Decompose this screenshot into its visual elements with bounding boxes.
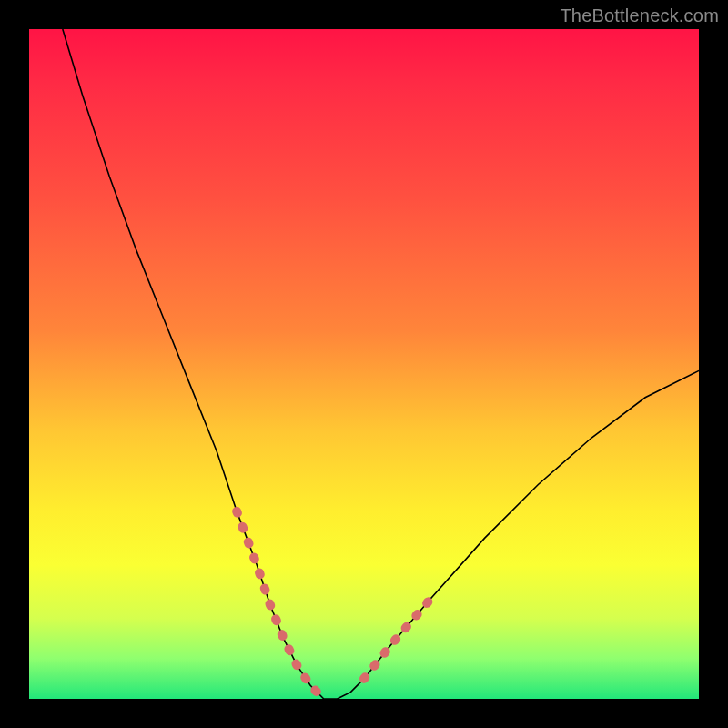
chart-frame: TheBottleneck.com	[0, 0, 728, 728]
watermark-text: TheBottleneck.com	[560, 5, 719, 26]
highlight-left-path	[237, 511, 324, 699]
chart-svg	[29, 29, 699, 699]
bottleneck-curve-path	[63, 29, 699, 699]
chart-plot-area	[29, 29, 699, 699]
